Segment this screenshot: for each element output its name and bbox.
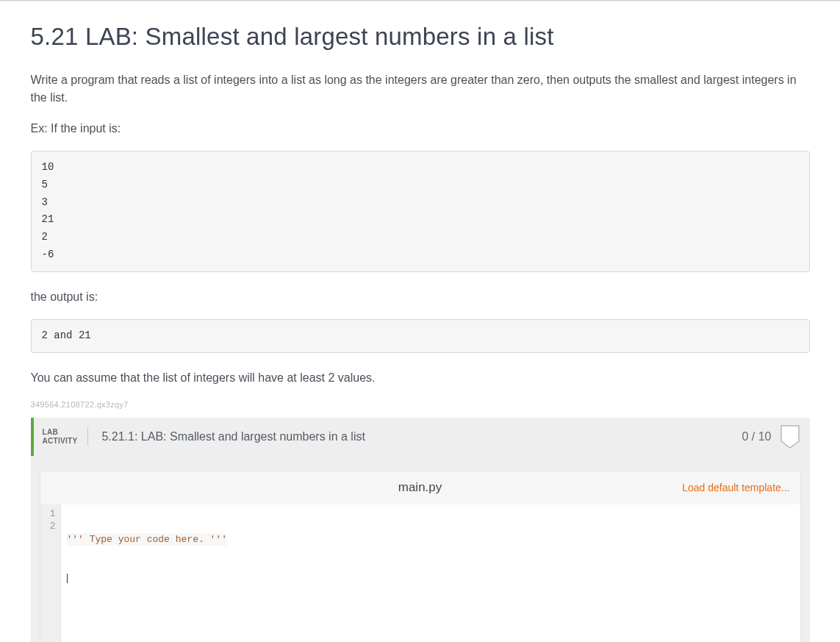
page-title: 5.21 LAB: Smallest and largest numbers i… <box>31 23 810 51</box>
editor-panel: main.py Load default template... 1 2 '''… <box>31 456 810 642</box>
code-editor[interactable]: 1 2 ''' Type your code here. ''' <box>40 504 801 642</box>
load-default-template-link[interactable]: Load default template... <box>682 482 789 493</box>
lab-score: 0 / 10 <box>742 430 771 443</box>
text-cursor <box>67 574 68 583</box>
code-line-1: ''' Type your code here. ''' <box>67 534 227 545</box>
code-lines[interactable]: ''' Type your code here. ''' <box>61 504 233 642</box>
filename-label: main.py <box>398 480 442 495</box>
example-output-block: 2 and 21 <box>31 319 810 353</box>
lab-badge-line1: LAB <box>43 428 78 437</box>
lab-badge: LAB ACTIVITY <box>43 428 89 446</box>
hash-id: 349564.2108722.qx3zqy7 <box>31 400 810 409</box>
score-shield-icon <box>780 425 800 449</box>
example-input-block: 10 5 3 21 2 -6 <box>31 151 810 272</box>
example-output-label: the output is: <box>31 288 810 306</box>
lab-badge-line2: ACTIVITY <box>43 437 78 446</box>
example-input-label: Ex: If the input is: <box>31 120 810 138</box>
lab-activity-label: 5.21.1: LAB: Smallest and largest number… <box>101 430 742 443</box>
line-number: 1 <box>43 507 56 521</box>
file-tab-bar: main.py Load default template... <box>40 471 801 504</box>
intro-paragraph: Write a program that reads a list of int… <box>31 71 810 107</box>
lab-activity-header: LAB ACTIVITY 5.21.1: LAB: Smallest and l… <box>31 418 810 456</box>
line-number-gutter: 1 2 <box>40 504 61 642</box>
note-paragraph: You can assume that the list of integers… <box>31 369 810 387</box>
line-number: 2 <box>43 520 56 533</box>
